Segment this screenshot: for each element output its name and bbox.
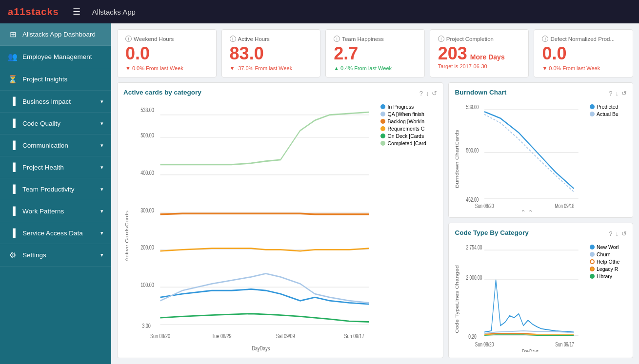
sidebar-item-label: Project Health	[22, 164, 64, 171]
svg-text:Sun 09/17: Sun 09/17	[344, 333, 364, 340]
svg-text:538.00: 538.00	[140, 107, 154, 114]
download-icon[interactable]: ↓	[426, 90, 429, 97]
sidebar-item-business-impact[interactable]: ▐ Business Impact ▾	[0, 91, 111, 113]
sidebar-item-work-patterns[interactable]: ▐ Work Patterns ▾	[0, 200, 111, 222]
info-icon: i	[125, 36, 132, 42]
kpi-project-completion: i Project Completion 203 More Days Targe…	[430, 29, 529, 77]
sidebar-item-service-access[interactable]: ▐ Service Access Data ▾	[0, 222, 111, 244]
kpi-more-label: More Days	[470, 53, 505, 61]
kpi-label-text: Team Happiness	[342, 36, 384, 42]
charts-row: Active cards by category ? ↓ ↺ 538.00 50…	[117, 82, 633, 358]
help-icon[interactable]: ?	[609, 90, 612, 97]
legend-backlog: Backlog [Workin	[380, 118, 437, 124]
chevron-down-icon: ▾	[100, 186, 103, 192]
active-cards-legend: In Progress QA [When finish Backlog [Wor…	[379, 100, 437, 352]
arrow-down-icon: ▼	[125, 65, 131, 71]
kpi-label-text: Weekend Hours	[134, 36, 174, 42]
sidebar-item-label: Work Patterns	[22, 208, 64, 215]
svg-text:Sun 08/20: Sun 08/20	[475, 342, 494, 348]
legend-dot	[380, 104, 385, 109]
chevron-down-icon: ▾	[100, 98, 103, 105]
legend-requirements: Requirements C	[380, 126, 437, 132]
sidebar-item-project-health[interactable]: ▐ Project Health ▾	[0, 156, 111, 178]
code-type-panel: Code Type By Category ? ↓ ↺ 2,754.00 2,0…	[448, 223, 633, 358]
legend-dot	[590, 274, 595, 279]
sidebar-item-employee[interactable]: 👥 Employee Management	[0, 46, 111, 68]
refresh-icon[interactable]: ↺	[621, 230, 627, 237]
legend-dot	[590, 267, 595, 271]
sidebar-item-code-quality[interactable]: ▐ Code Quality ▾	[0, 113, 111, 134]
svg-text:DayDays: DayDays	[522, 349, 539, 352]
kpi-change: ▲ 0.4% From last Week	[334, 65, 417, 71]
svg-text:Code TypeLines Changed: Code TypeLines Changed	[455, 265, 459, 333]
help-icon[interactable]: ?	[609, 230, 612, 237]
legend-completed: Completed [Card	[380, 140, 437, 146]
service-access-icon: ▐	[8, 229, 18, 237]
sidebar-item-team-productivity[interactable]: ▐ Team Productivity ▾	[0, 178, 111, 200]
svg-text:300.00: 300.00	[140, 207, 154, 213]
sidebar-item-label: Allstacks App Dashboard	[22, 31, 96, 38]
info-icon: i	[438, 36, 444, 42]
team-productivity-icon: ▐	[8, 185, 18, 193]
code-type-svg: 2,754.00 2,000.00 0.20 Code TypeLines Ch…	[455, 240, 588, 352]
code-type-chart-title: Code Type By Category	[455, 229, 528, 236]
legend-legacy: Legacy R	[590, 266, 627, 272]
chevron-down-icon: ▾	[100, 208, 103, 214]
kpi-row: i Weekend Hours 0.0 ▼ 0.0% From last Wee…	[117, 29, 633, 77]
legend-dot	[590, 245, 595, 249]
arrow-down-icon: ▼	[230, 65, 235, 71]
chevron-down-icon: ▾	[100, 164, 103, 171]
legend-churn: Churn	[590, 251, 627, 257]
project-insights-icon: ⏳	[8, 75, 18, 84]
menu-icon[interactable]: ☰	[73, 6, 80, 17]
burndown-chart-area: 539.00 500.00 462.00 Burndown ChartCards	[455, 100, 588, 211]
burndown-chart-title: Burndown Chart	[455, 89, 506, 96]
kpi-weekend-hours: i Weekend Hours 0.0 ▼ 0.0% From last Wee…	[117, 29, 217, 77]
svg-text:500.00: 500.00	[140, 132, 154, 138]
help-icon[interactable]: ?	[419, 90, 423, 97]
chart-toolbar: Burndown Chart ? ↓ ↺	[455, 89, 627, 98]
sidebar-item-communication[interactable]: ▐ Communication ▾	[0, 134, 111, 156]
info-icon: i	[230, 36, 236, 42]
legend-dot	[380, 141, 385, 146]
burndown-panel: Burndown Chart ? ↓ ↺ 539.00 500.00	[448, 82, 633, 218]
legend-dot	[380, 112, 385, 116]
sidebar-item-project-insights[interactable]: ⏳ Project Insights	[0, 68, 111, 91]
project-health-icon: ▐	[8, 163, 18, 172]
svg-text:462.00: 462.00	[466, 196, 479, 203]
active-cards-chart-area: 538.00 500.00 400.00 300.00 200.00 100.0…	[123, 100, 379, 352]
legend-library: Library	[590, 273, 627, 279]
download-icon[interactable]: ↓	[616, 230, 619, 237]
sidebar-item-settings[interactable]: ⚙ Settings ▾	[0, 244, 111, 267]
kpi-label-text: Project Completion	[446, 36, 494, 42]
info-icon: i	[334, 36, 340, 42]
svg-text:3.00: 3.00	[142, 323, 151, 329]
legend-dot	[380, 119, 385, 124]
download-icon[interactable]: ↓	[616, 90, 619, 97]
business-impact-icon: ▐	[8, 97, 18, 106]
legend-actual: Actual Bu	[590, 111, 627, 117]
kpi-active-hours: i Active Hours 83.0 ▼ -37.0% From last W…	[221, 29, 321, 77]
svg-text:0.20: 0.20	[469, 334, 477, 340]
kpi-change: ▼ 0.0% From last Week	[125, 65, 208, 71]
legend-predicted: Predicted	[590, 104, 627, 110]
chevron-down-icon: ▾	[100, 230, 103, 236]
refresh-icon[interactable]: ↺	[432, 90, 437, 97]
right-panels: Burndown Chart ? ↓ ↺ 539.00 500.00	[448, 82, 633, 358]
legend-in-progress: In Progress	[380, 104, 437, 110]
refresh-icon[interactable]: ↺	[621, 90, 627, 97]
chart-title: Active cards by category	[123, 89, 201, 96]
sidebar: ⊞ Allstacks App Dashboard 👥 Employee Man…	[0, 23, 111, 364]
legend-help-others: Help Othe	[590, 259, 627, 265]
sidebar-item-label: Team Productivity	[22, 186, 75, 193]
sidebar-item-label: Business Impact	[22, 98, 71, 105]
sidebar-item-label: Code Quality	[22, 120, 60, 127]
svg-text:Sun 08/20: Sun 08/20	[475, 203, 494, 210]
sidebar-item-dashboard[interactable]: ⊞ Allstacks App Dashboard	[0, 23, 111, 46]
sidebar-item-label: Communication	[22, 142, 68, 149]
legend-on-deck: On Deck [Cards	[380, 133, 437, 139]
svg-text:Sun 09/17: Sun 09/17	[556, 342, 575, 348]
sidebar-item-label: Employee Management	[22, 53, 92, 60]
topbar: a11stacks ☰ Allstacks App	[0, 0, 639, 23]
communication-icon: ▐	[8, 141, 18, 150]
